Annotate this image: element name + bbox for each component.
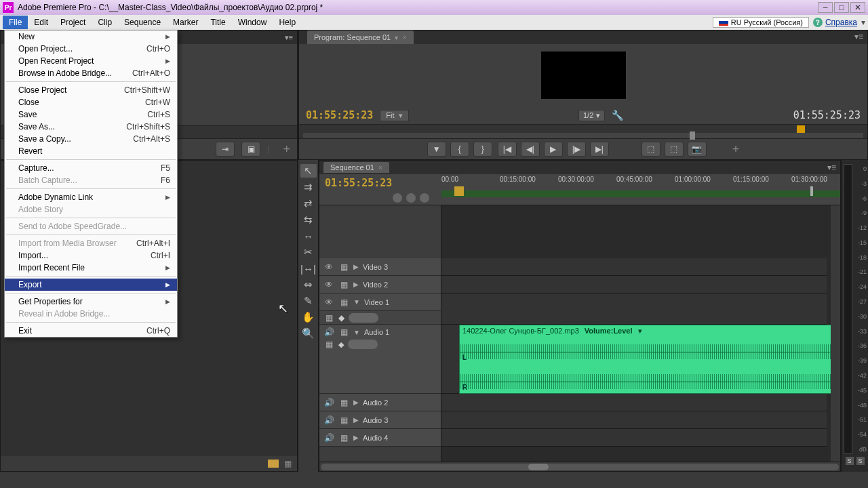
help-link[interactable]: ?Справка — [813, 18, 857, 27]
sequence-tab[interactable]: Sequence 01× — [323, 162, 389, 173]
go-to-out-button[interactable]: ▶| — [590, 142, 609, 157]
menu-clip[interactable]: Clip — [92, 16, 118, 29]
settings-icon[interactable]: 🔧 — [612, 110, 623, 121]
vertical-scrollbar[interactable] — [831, 205, 840, 462]
export-frame-button[interactable]: 📷 — [688, 142, 707, 157]
menu-window[interactable]: Window — [232, 16, 273, 29]
program-tab[interactable]: Program: Sequence 01▾× — [307, 30, 414, 44]
menu-item-close-project[interactable]: Close ProjectCtrl+Shift+W — [5, 84, 177, 96]
time-ruler[interactable]: 00:00 00:15:00:00 00:30:00:00 00:45:00:0… — [441, 174, 840, 205]
menu-item-exit[interactable]: ExitCtrl+Q — [5, 325, 177, 337]
menu-item-adobe-dynamic-link[interactable]: Adobe Dynamic Link — [5, 191, 177, 203]
lock-icon[interactable]: ▦ — [338, 327, 349, 337]
step-back-button[interactable]: ◀| — [521, 142, 540, 157]
menu-project[interactable]: Project — [54, 16, 92, 29]
zoom-fit-dropdown[interactable]: Fit▾ — [380, 110, 408, 121]
timeline-timecode[interactable]: 01:55:25:23 — [325, 177, 436, 189]
close-tab-icon[interactable]: × — [402, 33, 406, 41]
track-header-v2[interactable]: 👁▦▶Video 2 — [319, 276, 441, 293]
mark-button[interactable]: } — [473, 142, 492, 157]
language-badge[interactable]: RU Русский (Россия) — [713, 17, 809, 28]
go-to-in-button[interactable]: |◀ — [498, 142, 517, 157]
slide-tool-icon[interactable]: ⇔ — [300, 278, 317, 291]
ripple-tool-icon[interactable]: ⇄ — [300, 197, 317, 210]
eye-icon[interactable]: 👁 — [323, 280, 334, 289]
work-area-end[interactable] — [810, 186, 813, 196]
chevron-down-icon[interactable]: ▾ — [395, 34, 398, 41]
slip-tool-icon[interactable]: |↔| — [300, 262, 317, 275]
menu-help[interactable]: Help — [273, 16, 302, 29]
track-header-v1[interactable]: 👁▦▼Video 1 — [319, 293, 441, 311]
marker-icon[interactable] — [406, 193, 416, 203]
eye-icon[interactable]: 👁 — [323, 298, 334, 307]
dropdown-icon[interactable]: ▾ — [861, 18, 865, 27]
menu-item-open-recent-project[interactable]: Open Recent Project — [5, 55, 177, 67]
add-button-icon[interactable]: + — [283, 142, 290, 157]
audio-clip[interactable]: 140224-Олег Сунцов-БГ_002.mp3Volume:Leve… — [459, 325, 840, 394]
menu-item-open-project[interactable]: Open Project...Ctrl+O — [5, 43, 177, 55]
selection-tool-icon[interactable]: ↖ — [300, 164, 317, 178]
extract-button[interactable]: ⬚ — [665, 142, 684, 157]
add-button-icon[interactable]: + — [732, 142, 740, 157]
menu-item-capture[interactable]: Capture...F5 — [5, 162, 177, 174]
pen-tool-icon[interactable]: ✎ — [300, 294, 317, 308]
insert-button[interactable]: ⇥ — [216, 142, 235, 157]
track-header-v3[interactable]: 👁▦▶Video 3 — [319, 258, 441, 276]
timeline-tracks[interactable]: 140224-Олег Сунцов-БГ_002.mp3Volume:Leve… — [441, 205, 840, 462]
rolling-tool-icon[interactable]: ⇆ — [300, 213, 317, 226]
collapse-icon[interactable]: ▼ — [353, 329, 360, 336]
menu-marker[interactable]: Marker — [167, 16, 204, 29]
expand-icon[interactable]: ▶ — [353, 281, 359, 288]
menu-edit[interactable]: Edit — [28, 16, 54, 29]
rate-tool-icon[interactable]: ↔ — [300, 229, 317, 243]
menu-item-close[interactable]: CloseCtrl+W — [5, 96, 177, 108]
menu-item-save[interactable]: SaveCtrl+S — [5, 108, 177, 121]
maximize-button[interactable]: □ — [834, 2, 849, 13]
zoom-tool-icon[interactable]: 🔍 — [300, 327, 317, 340]
program-scrubber[interactable] — [299, 124, 867, 139]
track-header-a2[interactable]: 🔊▦▶Audio 2 — [319, 394, 441, 411]
solo-left-button[interactable]: S — [846, 457, 854, 465]
track-header-a1[interactable]: 🔊▦▼Audio 1 ▦◆ — [319, 325, 441, 394]
expand-icon[interactable]: ▶ — [353, 263, 359, 270]
panel-menu-icon[interactable]: ▾≡ — [850, 30, 867, 44]
snap-icon[interactable] — [393, 193, 402, 203]
horizontal-scrollbar[interactable] — [319, 462, 840, 471]
playhead-icon[interactable] — [454, 186, 464, 196]
menu-item-import[interactable]: Import...Ctrl+I — [5, 249, 177, 262]
menu-file[interactable]: File — [3, 16, 28, 29]
close-button[interactable]: ✕ — [850, 2, 865, 13]
track-header-a4[interactable]: 🔊▦▶Audio 4 — [319, 429, 441, 447]
eye-icon[interactable]: 👁 — [323, 262, 334, 272]
overwrite-button[interactable]: ▣ — [241, 142, 260, 157]
lock-icon[interactable]: ▦ — [338, 262, 349, 272]
range-handle[interactable] — [690, 131, 695, 140]
close-tab-icon[interactable]: × — [378, 163, 382, 171]
program-timecode-left[interactable]: 01:55:25:23 — [306, 109, 373, 121]
lock-icon[interactable]: ▦ — [338, 280, 349, 289]
new-bin-icon[interactable] — [268, 460, 279, 468]
solo-right-button[interactable]: S — [856, 457, 865, 465]
mark-out-button[interactable]: { — [450, 142, 469, 157]
step-fwd-button[interactable]: |▶ — [567, 142, 586, 157]
play-button[interactable]: ▶ — [544, 142, 563, 157]
menu-title[interactable]: Title — [204, 16, 231, 29]
menu-item-new[interactable]: New — [5, 30, 177, 43]
panel-menu-icon[interactable]: ▾≡ — [827, 163, 836, 172]
clip-volume-label[interactable]: Volume:Level — [585, 327, 633, 335]
track-select-tool-icon[interactable]: ⇉ — [300, 180, 317, 194]
speaker-icon[interactable]: 🔊 — [323, 398, 334, 407]
menu-item-get-properties-for[interactable]: Get Properties for — [5, 296, 177, 308]
track-header-a3[interactable]: 🔊▦▶Audio 3 — [319, 411, 441, 429]
settings-icon[interactable] — [420, 193, 429, 203]
chevron-down-icon[interactable]: ▾ — [638, 327, 642, 336]
hand-tool-icon[interactable]: ✋ — [300, 310, 317, 324]
minimize-button[interactable]: – — [818, 2, 833, 13]
menu-item-browse-in-adobe-bridge[interactable]: Browse in Adobe Bridge...Ctrl+Alt+O — [5, 67, 177, 79]
menu-sequence[interactable]: Sequence — [118, 16, 167, 29]
menu-item-revert[interactable]: Revert — [5, 145, 177, 157]
speaker-icon[interactable]: 🔊 — [323, 327, 334, 337]
collapse-icon[interactable]: ▼ — [353, 298, 360, 306]
mark-in-button[interactable]: ▼ — [427, 142, 446, 157]
razor-tool-icon[interactable]: ✂ — [300, 245, 317, 259]
